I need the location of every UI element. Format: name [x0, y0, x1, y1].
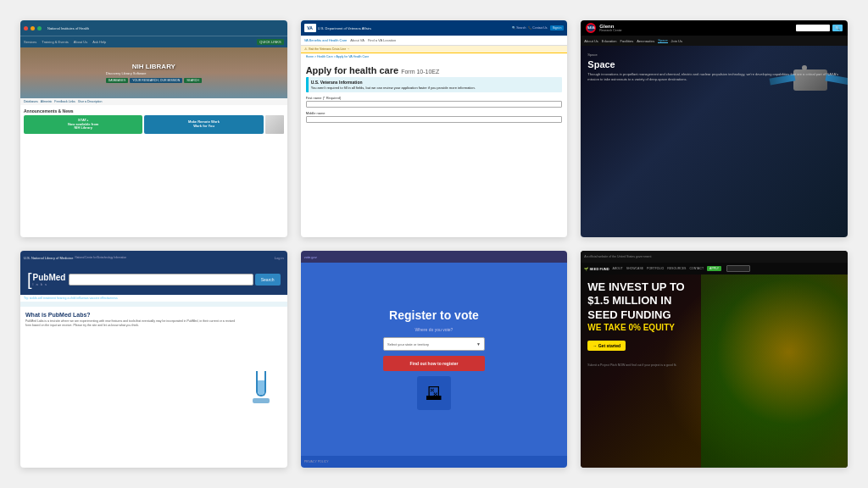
pubmed-search-input[interactable] — [69, 274, 253, 286]
vote-body: Register to vote Where do you vote? Sele… — [301, 263, 568, 456]
seed-nav-about[interactable]: ABOUT — [613, 267, 623, 270]
card-pubmed-labs: U.S. National Library of Medicine Nation… — [20, 251, 287, 468]
nasa-center-sub: Research Center — [599, 29, 621, 32]
nih-lib-quick-links-row: Databases Altmetric Feedback Links Give … — [20, 98, 287, 105]
seed-nav-apply[interactable]: APPLY — [707, 266, 721, 271]
pubmed-logo-text-block: PubMed labs — [33, 274, 66, 286]
va-alert-banner: ⚠ Visit the Veterans Crisis Line → — [301, 46, 568, 53]
nasa-nav-education[interactable]: Education — [602, 39, 617, 43]
pubmed-illustration — [240, 312, 282, 463]
pubmed-hero: [ PubMed labs Search — [20, 264, 287, 295]
seed-header: An official website of the United States… — [581, 251, 848, 263]
ballot-emoji: 🗳 — [426, 384, 442, 403]
nasa-nav-join[interactable]: Join Us — [671, 39, 682, 43]
vote-ballot-icon: 🗳 — [417, 376, 451, 410]
nasa-header-actions: 🔍 — [796, 25, 843, 31]
va-alert-body: You aren't required to fill in all field… — [311, 86, 560, 90]
test-tube-liquid — [258, 380, 264, 395]
nih-lib-banner-stat[interactable]: STAT+ Now available from NIH Library — [24, 115, 142, 134]
va-contact-link[interactable]: 📞 Contact Us — [528, 26, 547, 30]
nih-lib-quick-links[interactable]: QUICK LINKS — [257, 39, 283, 45]
nih-lib-banner-stat-text: STAT+ Now available from NIH Library — [68, 119, 98, 130]
nih-lib-btn-search[interactable]: SEARCH — [184, 78, 202, 83]
nasa-logo-text: NASA — [587, 26, 595, 30]
window-dot-green — [37, 26, 42, 30]
va-nav-find[interactable]: Find a VA Location — [368, 38, 396, 42]
lab-bar1 — [253, 398, 270, 403]
va-page-title: Apply for health care Form 10-10EZ — [306, 65, 563, 75]
vote-find-btn[interactable]: Find out how to register — [383, 356, 485, 371]
nih-lib-nav-services[interactable]: Services — [24, 40, 36, 44]
seed-official-text: An official website of the United States… — [584, 255, 651, 258]
nasa-logo: NASA — [586, 23, 596, 33]
pubmed-text-section: What is PubMed Labs? PubMed Labs is a te… — [25, 312, 236, 463]
vote-state-select[interactable]: Select your state or territory ▼ — [383, 337, 485, 351]
pubmed-body: What is PubMed Labs? PubMed Labs is a te… — [20, 307, 287, 468]
nih-lib-nav-about[interactable]: About Us — [74, 40, 87, 44]
seed-nav-contact[interactable]: CONTACT — [689, 267, 704, 270]
nih-lib-nav-training[interactable]: Training & Events — [42, 40, 68, 44]
va-middle-name-label: Middle name — [306, 111, 563, 115]
va-breadcrumb: Home > Health Care > Apply for VA Health… — [301, 53, 568, 60]
nasa-description: Through innovations in propellant manage… — [587, 72, 841, 81]
seed-nav-resources[interactable]: RESOURCES — [667, 267, 686, 270]
nih-lib-btn-research[interactable]: YOUR RESEARCH, OUR MISSION — [130, 78, 182, 83]
nih-lib-ql4[interactable]: Give a Description — [78, 100, 103, 103]
va-info-alert: U.S. Veterans Information You aren't req… — [306, 77, 563, 92]
va-search-link[interactable]: 🔍 Search — [512, 26, 526, 30]
card-va-health: VA U.S. Department of Veterans Affairs 🔍… — [301, 20, 568, 237]
nasa-section-title: Space — [587, 59, 841, 69]
pubmed-example-links: Try: sickle-cell treatment hearing a chi… — [20, 295, 287, 302]
nih-lib-btn-databases[interactable]: DATABASES — [106, 78, 129, 83]
nasa-search-input[interactable] — [796, 25, 830, 31]
window-dot-red — [24, 26, 28, 30]
va-first-name-input[interactable] — [306, 101, 563, 108]
nih-lib-banner-remote[interactable]: Make Remote Work Work for You — [144, 115, 263, 134]
seed-nav: 🌱 SEED FUND ABOUT SHOWCASE PORTFOLIO RES… — [581, 263, 848, 274]
nih-lib-ql2[interactable]: Altmetric — [41, 100, 53, 103]
pubmed-search-button[interactable]: Search — [255, 274, 281, 286]
seed-footer-text: Submit a Project Pitch NOW and find out … — [587, 363, 676, 367]
pubmed-logo: [ PubMed labs — [27, 271, 65, 288]
nasa-nav-aeronautics[interactable]: Aeronautics — [637, 39, 654, 43]
vote-footer: PRIVACY POLICY — [301, 456, 568, 468]
pubmed-login-link[interactable]: Log in — [275, 256, 284, 260]
nasa-center-info: Glenn Research Center — [599, 24, 621, 32]
card-vote-gov: vote.gov Register to vote Where do you v… — [301, 251, 568, 468]
nih-lib-nav-help[interactable]: Ask Help — [92, 40, 106, 44]
va-body: Apply for health care Form 10-10EZ U.S. … — [301, 60, 568, 237]
seed-cta-button[interactable]: → Get started — [587, 341, 626, 351]
seed-nav-portfolio[interactable]: PORTFOLIO — [647, 267, 664, 270]
nih-lib-ql1[interactable]: Databases — [24, 100, 38, 103]
va-logo-text: VA — [307, 25, 313, 30]
nasa-content: Space Space Through innovations in prope… — [581, 46, 848, 237]
nasa-nav-about[interactable]: About Us — [584, 39, 598, 43]
nasa-search-btn[interactable]: 🔍 — [832, 25, 843, 31]
nih-lib-ql3[interactable]: Feedback Links — [54, 100, 75, 103]
nih-lib-banner-img — [265, 115, 284, 134]
va-nav-about[interactable]: About VA — [350, 38, 364, 42]
screenshot-grid: National Institutes of Health Services T… — [0, 0, 868, 488]
seed-search-input[interactable] — [726, 265, 750, 272]
nasa-nav-facilities[interactable]: Facilities — [620, 39, 634, 43]
nih-lib-banners: STAT+ Now available from NIH Library Mak… — [24, 115, 284, 134]
vote-main-title: Register to vote — [389, 308, 479, 322]
seed-nav-brand[interactable]: 🌱 SEED FUND — [584, 267, 609, 271]
vote-privacy-policy[interactable]: PRIVACY POLICY — [304, 460, 329, 463]
pubmed-logo-main: PubMed — [33, 274, 66, 282]
nih-lib-banner-remote-text: Make Remote Work Work for You — [188, 120, 220, 129]
va-middle-name-input[interactable] — [306, 116, 563, 123]
nasa-breadcrumb: Space — [587, 53, 841, 57]
nasa-nav-space[interactable]: Space — [658, 38, 667, 43]
va-signin-btn[interactable]: Sign in — [550, 25, 565, 30]
nih-lib-body: Announcements & News STAT+ Now available… — [20, 105, 287, 237]
card-seed-fund: An official website of the United States… — [581, 251, 848, 468]
nih-lib-title: NIH LIBRARY — [106, 63, 202, 71]
va-header-actions: 🔍 Search 📞 Contact Us Sign in — [512, 25, 564, 30]
va-nav-benefits[interactable]: VA Benefits and Health Care — [304, 38, 348, 42]
va-dept-text: U.S. Department of Veterans Affairs — [318, 26, 371, 30]
pubmed-header-org: U.S. National Library of Medicine — [24, 256, 73, 260]
vote-header-text: vote.gov — [304, 255, 317, 259]
seed-nav-showcase[interactable]: SHOWCASE — [626, 267, 643, 270]
pubmed-search-row: Search — [69, 274, 280, 286]
